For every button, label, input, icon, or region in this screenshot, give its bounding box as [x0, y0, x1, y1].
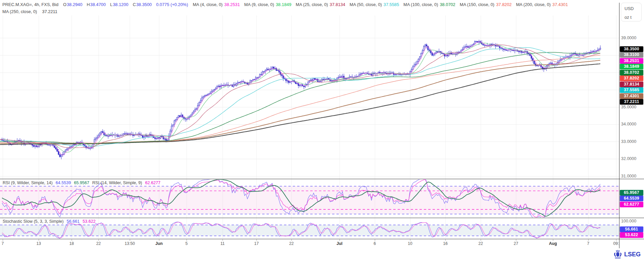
ohlc-high: H38.4700: [87, 2, 106, 7]
price-tick-32.0000: 32.0000: [621, 156, 636, 161]
time-label-13:50: 13:50: [125, 241, 135, 246]
ma250-label[interactable]: MA (250, close, 0): [2, 9, 37, 14]
ma-legend-item-25[interactable]: MA (25, close, 0)37.8134: [296, 2, 345, 7]
ma-legend-label: MA (100, close, 0): [403, 2, 438, 7]
rsi-value-2: 65.9567: [74, 180, 89, 185]
ma-legend-item-100[interactable]: MA (100, close, 0)38.0702: [403, 2, 455, 7]
chart-application: PREC.M.XAG=, 4h, FXS, BidO38.2940H38.470…: [0, 0, 644, 260]
axis-badge-62.6277: 62.6277: [620, 202, 643, 207]
ma-legend-label: MA (4, close, 0): [193, 2, 223, 7]
price-tick-39.0000: 39.0000: [621, 36, 636, 41]
ma-legend-label: MA (25, close, 0): [296, 2, 328, 7]
open-label: O: [63, 2, 67, 7]
price-tick-35.0000: 35.0000: [621, 105, 636, 110]
stoch-pane-title[interactable]: Stochastic Slow (5, 3, 3, Simple)56.6615…: [3, 219, 98, 224]
price-tick-33.0000: 33.0000: [621, 139, 636, 144]
rsi-band: [0, 186, 619, 214]
stoch-value-2: 53.622: [83, 219, 96, 224]
rsi-value-1: 64.5539: [55, 180, 71, 185]
time-label-Jun: Jun: [155, 241, 163, 246]
open-value: 38.2940: [67, 2, 82, 7]
ma-legend: MA (4, close, 0)38.2531MA (9, close, 0)3…: [193, 2, 572, 7]
price-tick-31.0000: 31.0000: [621, 174, 636, 179]
legend-row-1: PREC.M.XAG=, 4h, FXS, BidO38.2940H38.470…: [2, 2, 572, 7]
ohlc-open: O38.2940: [63, 2, 82, 7]
close-label: C: [133, 2, 136, 7]
price-tick-34.0000: 34.0000: [621, 122, 636, 127]
lseg-logo-text: LSEG: [624, 251, 641, 258]
low-label: L: [110, 2, 113, 7]
ma-legend-label: MA (9, close, 0): [244, 2, 274, 7]
time-label-6: 6: [374, 241, 376, 246]
ma-legend-label: MA (150, close, 0): [460, 2, 494, 7]
ma-legend-item-4[interactable]: MA (4, close, 0)38.2531: [193, 2, 240, 7]
axis-badge-37.4301: 37.4301: [620, 93, 643, 99]
unit-currency: USD: [625, 5, 641, 12]
rsi-value-3: 62.6277: [145, 180, 161, 185]
ma-legend-item-150[interactable]: MA (150, close, 0)37.8202: [460, 2, 512, 7]
axis-badge-53.622: 53.622: [620, 232, 643, 238]
ma250-value: 37.2211: [42, 9, 57, 14]
ma-legend-item-200[interactable]: MA (200, close, 0)37.4301: [516, 2, 568, 7]
time-label-16: 16: [443, 241, 448, 246]
axis-badge-37.5585: 37.5585: [620, 87, 643, 93]
ma-legend-value: 38.0702: [440, 2, 455, 7]
low-value: 38.1200: [113, 2, 128, 7]
ma-legend-value: 37.8134: [330, 2, 345, 7]
ma-legend-item-9[interactable]: MA (9, close, 0)38.1849: [244, 2, 291, 7]
time-label-13: 13: [36, 241, 41, 246]
stoch-tick-100: 100.000: [621, 219, 636, 224]
ma-legend-item-50[interactable]: MA (50, close, 0)37.5585: [350, 2, 399, 7]
time-label-17: 17: [254, 241, 259, 246]
lseg-logo: LSEG: [613, 250, 641, 259]
time-label-22: 22: [289, 241, 294, 246]
rsi-pane-title[interactable]: RSI (9, Wilder, Simple, 14)64.553965.956…: [3, 180, 163, 185]
legend-row-2: MA (250, close, 0) 37.2211: [2, 9, 57, 14]
time-label-09:: 09:: [613, 241, 619, 246]
axis-badge-37.2211: 37.2211: [620, 99, 643, 105]
time-label-27: 27: [514, 241, 518, 246]
time-label-22: 22: [478, 241, 483, 246]
time-label-11: 11: [220, 241, 225, 246]
change-value: 0.0775 (+0.20%): [156, 2, 188, 7]
time-label-Aug: Aug: [549, 241, 557, 246]
high-label: H: [87, 2, 90, 7]
axis-badge-38.1849: 38.1849: [620, 64, 643, 69]
time-label-10: 10: [408, 241, 412, 246]
axis-badge-64.5539: 64.5539: [620, 196, 643, 201]
time-label-18: 18: [69, 241, 74, 246]
time-label-Jul: Jul: [336, 241, 343, 246]
unit-measure: oz t: [625, 14, 641, 21]
rsi-title-1: RSI (9, Wilder, Simple, 14): [3, 180, 52, 185]
chart-canvas[interactable]: [0, 0, 644, 250]
ma-legend-value: 37.5585: [384, 2, 399, 7]
ma-legend-label: MA (50, close, 0): [350, 2, 382, 7]
time-label-7: 7: [2, 241, 4, 246]
stoch-title-label: Stochastic Slow (5, 3, 3, Simple): [3, 219, 64, 224]
stoch-band: [0, 225, 619, 236]
axis-badge-38.2531: 38.2531: [620, 58, 643, 64]
axis-badge-38.3100: 38.3100: [620, 52, 643, 58]
ma-legend-value: 38.1849: [276, 2, 291, 7]
ma-legend-label: MA (200, close, 0): [516, 2, 551, 7]
ma-legend-value: 37.8202: [496, 2, 512, 7]
axis-badge-37.8202: 37.8202: [620, 75, 643, 81]
stoch-value-1: 56.661: [67, 219, 80, 224]
axis-badge-38.3500: 38.3500: [620, 46, 643, 52]
lseg-crest-icon: [613, 250, 622, 259]
time-label-5: 5: [186, 241, 188, 246]
rsi-title-2: RSI (14, Wilder, Simple, 9): [92, 180, 142, 185]
ma-legend-value: 37.4301: [552, 2, 568, 7]
unit-box: USD oz t: [621, 3, 642, 21]
close-value: 38.3500: [136, 2, 152, 7]
ma-legend-value: 38.2531: [224, 2, 240, 7]
ohlc-low: L38.1200: [110, 2, 128, 7]
time-label-7: 7: [587, 241, 590, 246]
ohlc-close: C38.3500: [133, 2, 152, 7]
instrument-title[interactable]: PREC.M.XAG=, 4h, FXS, Bid: [2, 2, 58, 7]
high-value: 38.4700: [90, 2, 106, 7]
axis-badge-38.0702: 38.0702: [620, 70, 643, 75]
time-label-22: 22: [96, 241, 101, 246]
axis-badge-37.8134: 37.8134: [620, 82, 643, 87]
axis-badge-56.661: 56.661: [620, 226, 643, 232]
